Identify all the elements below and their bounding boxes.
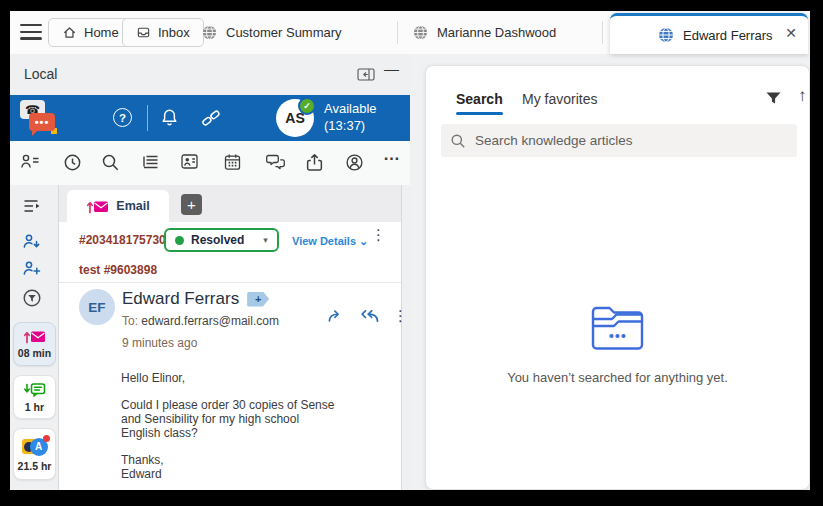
session-timer: 21.5 hr [18, 460, 52, 472]
presence-time: (13:37) [324, 118, 377, 135]
subject-row: test #9603898 [59, 260, 401, 283]
session-card-apps[interactable]: A 21.5 hr [13, 428, 56, 480]
local-header-row: Local — [10, 54, 410, 95]
globe-icon [413, 25, 428, 40]
email-tab[interactable]: Email [67, 190, 169, 222]
email-up-icon [86, 199, 109, 214]
tab-search[interactable]: Search [456, 91, 503, 107]
panel-title: Local [24, 66, 57, 82]
app-window: Home Inbox Customer Summary Marianne Das… [10, 11, 810, 490]
calendar-icon[interactable] [223, 153, 243, 173]
case-status-row: #203418175730 | Resolved ▾ View Details … [59, 222, 401, 260]
more-horizontal-icon[interactable]: … [383, 145, 401, 165]
tab-label: Edward Ferrars [683, 28, 773, 43]
session-toolbar: … [10, 141, 410, 185]
contact-card-icon[interactable] [180, 153, 200, 173]
search-icon [450, 133, 466, 149]
kb-search-box[interactable] [441, 124, 797, 157]
email-body: Hello Elinor, Could I please order 30 co… [121, 371, 334, 481]
session-card-sms[interactable]: 1 hr [13, 375, 56, 419]
add-contact-tag-icon[interactable]: + [247, 292, 269, 307]
session-card-email[interactable]: 08 min [13, 322, 56, 366]
body-line: and Sensibility for my high school [121, 412, 334, 426]
more-vertical-icon[interactable]: ⋮ [393, 311, 408, 321]
inbox-button[interactable]: Inbox [122, 18, 204, 47]
tab-edward-ferrars-active[interactable]: Edward Ferrars ✕ [610, 13, 808, 54]
empty-state-message: You haven’t searched for anything yet. [426, 370, 809, 385]
more-vertical-icon[interactable]: ⋮ [371, 230, 386, 240]
tab-customer-summary[interactable]: Customer Summary [202, 11, 342, 54]
search-icon[interactable] [101, 153, 121, 173]
filter-circle-icon[interactable] [22, 288, 42, 308]
session-timer: 08 min [18, 347, 51, 359]
globe-icon [202, 25, 217, 40]
appstore-icon: A [30, 438, 48, 456]
forward-icon[interactable] [327, 309, 346, 323]
conversation-tab-row: Email + [59, 185, 401, 222]
left-panel: Local — ☎ ••• ? AS ✓ [10, 54, 410, 490]
case-number: #203418175730 | [79, 233, 172, 247]
email-tab-label: Email [116, 199, 149, 213]
hamburger-menu-icon[interactable] [20, 24, 42, 40]
presence-status[interactable]: Available (13:37) [324, 101, 377, 134]
to-label: To: [122, 314, 138, 328]
minimize-icon[interactable]: — [384, 60, 399, 77]
new-tab-plus-button[interactable]: + [181, 194, 202, 215]
kb-search-input[interactable] [473, 132, 788, 149]
home-label: Home [84, 25, 119, 40]
tab-my-favorites[interactable]: My favorites [522, 91, 597, 107]
body-line: Thanks, [121, 453, 334, 467]
share-icon[interactable] [305, 153, 325, 173]
status-dot-icon [175, 236, 184, 245]
divider [147, 105, 148, 131]
person-circle-icon[interactable] [345, 153, 365, 173]
notifications-bell-icon[interactable] [160, 108, 179, 127]
notification-dot [43, 435, 50, 442]
transfer-agent-icon[interactable] [22, 233, 42, 253]
folder-icon [590, 304, 646, 352]
status-label: Resolved [191, 233, 244, 247]
agent-avatar[interactable]: AS ✓ [276, 99, 314, 137]
expand-sessions-icon[interactable] [22, 198, 42, 218]
body-line: Could I please order 30 copies of Sense [121, 398, 334, 412]
channel-header-bar: ☎ ••• ? AS ✓ Available (13:37) [10, 95, 410, 141]
queue-icon[interactable] [142, 153, 162, 173]
inbox-label: Inbox [158, 25, 190, 40]
body-line: English class? [121, 426, 334, 440]
sort-arrow-icon[interactable]: ↑ [798, 86, 807, 106]
reply-all-icon[interactable] [359, 309, 380, 323]
help-icon[interactable]: ? [113, 108, 132, 127]
tab-marianne-dashwood[interactable]: Marianne Dashwood [413, 11, 556, 54]
close-tab-icon[interactable]: ✕ [785, 25, 797, 41]
kb-empty-state: You haven’t searched for anything yet. [426, 304, 809, 385]
presence-label: Available [324, 101, 377, 118]
session-timer: 1 hr [25, 401, 44, 413]
tab-label: Customer Summary [226, 25, 342, 40]
tab-divider [397, 21, 398, 44]
channel-app-icons: A [22, 437, 48, 457]
dock-panel-icon[interactable] [357, 68, 375, 81]
email-message: EF Edward Ferrars + To: edward.ferrars@m… [59, 283, 401, 490]
tab-favorites-label: My favorites [522, 91, 597, 107]
link-icon[interactable] [200, 107, 222, 129]
home-button[interactable]: Home [48, 18, 133, 47]
body-line: Hello Elinor, [121, 371, 334, 385]
status-dropdown[interactable]: Resolved ▾ [164, 228, 279, 252]
to-address: edward.ferrars@mail.com [141, 314, 279, 328]
filter-funnel-icon[interactable] [765, 91, 782, 106]
email-up-icon [23, 329, 46, 344]
view-details-link[interactable]: View Details ⌄ [292, 235, 368, 248]
add-agent-icon[interactable] [22, 260, 42, 280]
sender-avatar: EF [79, 289, 115, 325]
case-subject: test #9603898 [79, 263, 157, 277]
available-check-icon: ✓ [298, 97, 316, 115]
conversation-panel: Email + #203418175730 | Resolved ▾ View … [58, 185, 402, 490]
agent-list-icon[interactable] [20, 153, 40, 173]
caret-down-icon: ▾ [263, 235, 268, 245]
chat-icon[interactable] [265, 153, 285, 173]
email-timestamp: 9 minutes ago [122, 336, 197, 350]
tab-search-label: Search [456, 91, 503, 107]
globe-icon [658, 27, 674, 43]
to-line: To: edward.ferrars@mail.com [122, 314, 279, 328]
history-icon[interactable] [63, 153, 83, 173]
